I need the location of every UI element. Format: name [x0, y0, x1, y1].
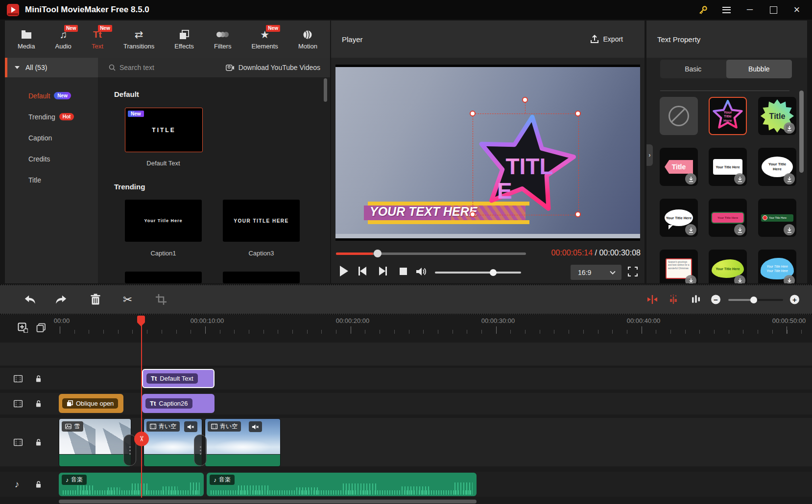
volume-button[interactable]	[415, 266, 427, 277]
aspect-ratio-select[interactable]: 16:9	[571, 265, 621, 280]
sidebar-item-title[interactable]: Title	[5, 169, 98, 190]
library-scrollbar[interactable]	[324, 78, 327, 102]
close-button[interactable]: ×	[788, 3, 805, 17]
nav-filters[interactable]: Filters	[214, 29, 231, 50]
download-icon[interactable]	[685, 224, 696, 235]
maximize-button[interactable]	[765, 3, 782, 17]
track-lock-icon[interactable]	[35, 481, 42, 488]
template-partial[interactable]	[223, 272, 300, 283]
minimize-button[interactable]: ─	[741, 3, 758, 17]
resize-handle-bottom-left[interactable]	[470, 211, 476, 217]
bubble-white-rect[interactable]: Your Title Here	[709, 148, 747, 186]
playhead-marker[interactable]	[137, 316, 145, 326]
video-preview[interactable]: YOUR TEXT HERE TITL E	[335, 65, 640, 241]
download-icon[interactable]	[734, 275, 745, 283]
redo-button[interactable]	[55, 294, 68, 305]
clip-music-1[interactable]: ♪音楽	[59, 473, 204, 496]
track-lock-icon[interactable]	[35, 438, 42, 446]
clip-mute-icon[interactable]	[184, 421, 197, 432]
nav-text[interactable]: New Tt Text	[92, 29, 103, 50]
template-partial[interactable]	[125, 272, 202, 283]
clip-default-text[interactable]: TtDefault Text	[142, 369, 215, 388]
timeline-zoom-slider[interactable]	[728, 299, 783, 301]
panel-collapse-button[interactable]: ›	[646, 144, 653, 166]
crop-button[interactable]	[156, 294, 167, 305]
play-button[interactable]	[340, 266, 348, 276]
transition-drop-handle[interactable]	[194, 435, 207, 466]
sidebar-item-caption[interactable]: Caption	[5, 127, 98, 148]
rotate-handle[interactable]	[522, 97, 528, 103]
download-youtube-button[interactable]: Download YouTube Videos	[226, 64, 320, 71]
resize-handle-top-left[interactable]	[470, 111, 476, 116]
split-button[interactable]: ✂	[123, 293, 132, 306]
stop-button[interactable]	[400, 268, 407, 275]
search-input[interactable]: Search text	[109, 64, 154, 71]
sidebar-item-default[interactable]: DefaultNew	[5, 85, 98, 106]
add-to-track-button[interactable]	[18, 322, 28, 333]
download-icon[interactable]	[685, 275, 696, 283]
duplicate-track-button[interactable]	[36, 323, 46, 333]
mark-split-button[interactable]	[668, 295, 679, 304]
tab-bubble[interactable]: Bubble	[726, 60, 792, 78]
export-button[interactable]: Export	[590, 35, 623, 44]
tab-basic[interactable]: Basic	[660, 60, 726, 78]
nav-effects[interactable]: Effects	[174, 29, 194, 50]
bubble-star-selected[interactable]: Your Title Here	[709, 97, 747, 135]
fullscreen-button[interactable]	[628, 267, 638, 276]
download-icon[interactable]	[734, 173, 745, 184]
track-volume-button[interactable]	[691, 294, 701, 305]
skip-end-button[interactable]	[379, 267, 387, 275]
seek-handle[interactable]	[374, 250, 382, 257]
bubble-pink-tag[interactable]: Title	[660, 148, 698, 186]
clip-caption26[interactable]: TtCaption26	[142, 394, 215, 413]
download-icon[interactable]	[784, 224, 795, 235]
resize-handle-top-right[interactable]	[575, 111, 581, 116]
template-caption1[interactable]: Your Title Here	[125, 200, 202, 242]
nav-media[interactable]: Media	[18, 29, 35, 50]
download-icon[interactable]	[784, 122, 795, 134]
skip-start-button[interactable]	[358, 267, 366, 275]
empty-track-row[interactable]	[0, 343, 812, 366]
zoom-in-button[interactable]: +	[790, 295, 799, 304]
clip-snow-image[interactable]: 雪	[59, 418, 131, 467]
volume-handle[interactable]	[490, 269, 497, 276]
track-lock-icon[interactable]	[35, 375, 42, 383]
nav-transitions[interactable]: ⇄ Transitions	[123, 29, 154, 50]
nav-motion[interactable]: Motion	[298, 29, 317, 50]
bubble-starburst[interactable]: Title	[758, 97, 796, 135]
resize-handle-bottom-right[interactable]	[575, 211, 581, 217]
volume-slider[interactable]	[435, 272, 521, 274]
clip-bluesky-2[interactable]: 青い空	[205, 418, 281, 467]
property-scrollbar[interactable]	[799, 91, 804, 173]
bubble-santa-banner[interactable]: Your Title Here	[758, 199, 796, 237]
bubble-christmas-card[interactable]: Season's greetings and best wishes for a…	[660, 250, 698, 283]
clip-bluesky-1[interactable]: 青い空	[143, 418, 202, 467]
selection-box[interactable]	[473, 114, 579, 215]
bubble-green-blob[interactable]: Your Title Here	[709, 250, 747, 283]
seek-bar[interactable]	[336, 252, 526, 255]
bubble-blue-cloud[interactable]: Your Title HereYour Title Here	[758, 250, 796, 283]
nav-elements[interactable]: New ★ Elements	[252, 29, 278, 50]
sidebar-item-trending[interactable]: TrendingHot	[5, 106, 98, 127]
template-caption3[interactable]: YOUR TITLE HERE	[223, 200, 300, 242]
license-key-icon[interactable]	[694, 3, 711, 17]
clip-mute-icon[interactable]	[249, 421, 262, 432]
split-at-playhead-button[interactable]	[647, 295, 658, 304]
download-icon[interactable]	[784, 275, 795, 283]
download-icon[interactable]	[685, 173, 696, 184]
download-icon[interactable]	[734, 224, 745, 235]
bubble-christmas-banner[interactable]: Your Title Here	[709, 199, 747, 237]
nav-audio[interactable]: New ♫ Audio	[55, 29, 72, 50]
undo-button[interactable]	[24, 294, 36, 305]
bubble-speech[interactable]: Your Title Here	[660, 199, 698, 237]
zoom-out-button[interactable]: −	[711, 295, 720, 304]
clip-music-2[interactable]: ♪音楽	[207, 473, 477, 496]
menu-button[interactable]	[718, 3, 735, 17]
split-clip-button[interactable]: ✂	[134, 432, 149, 446]
template-default-text[interactable]: New TITLE	[125, 108, 203, 152]
timeline-horizontal-scrollbar[interactable]	[59, 500, 477, 504]
track-lock-icon[interactable]	[35, 400, 42, 408]
zoom-slider-handle[interactable]	[750, 297, 757, 303]
delete-button[interactable]	[90, 294, 101, 305]
category-all[interactable]: All (53)	[5, 58, 98, 77]
